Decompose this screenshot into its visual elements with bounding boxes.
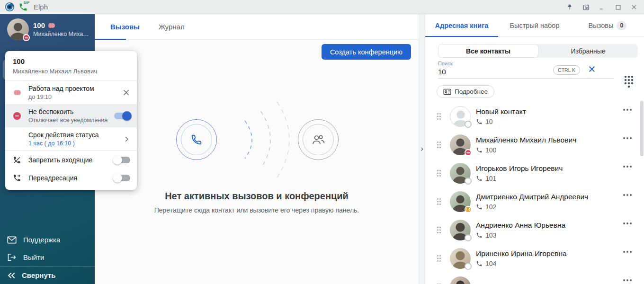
phone-icon <box>476 260 483 267</box>
dnd-badge-icon <box>465 149 472 156</box>
dialpad-icon[interactable] <box>624 75 634 89</box>
window-title: Elph <box>34 3 48 11</box>
contact-card-icon <box>443 89 451 95</box>
tab-journal[interactable]: Журнал <box>149 14 194 39</box>
calls-panel: Вызовы Журнал Создать конференцию Нет ак <box>95 14 419 284</box>
chevron-right-icon <box>420 146 424 152</box>
details-button[interactable]: Подробнее <box>437 85 494 98</box>
contact-name: Михайленко Михаил Львович <box>476 136 576 144</box>
contact-menu-icon[interactable] <box>623 194 632 196</box>
tab-address-book[interactable]: Адресная книга <box>425 14 498 36</box>
sidebar-collapse-button[interactable]: Свернуть <box>0 266 95 284</box>
contact-avatar <box>450 106 471 127</box>
dnd-toggle[interactable] <box>114 113 130 119</box>
tab-speed-dial[interactable]: Быстрый набор <box>498 14 571 36</box>
forwarding-toggle[interactable] <box>114 175 130 181</box>
clear-search-icon[interactable] <box>588 65 596 73</box>
popup-extension: 100 <box>13 57 129 65</box>
popup-item-forwarding[interactable]: Переадресация <box>5 169 137 187</box>
contact-avatar <box>450 134 471 155</box>
calls-count-badge: 0 <box>617 21 626 30</box>
popup-item-current-status[interactable]: Работа над проектом до 19:10 <box>5 81 137 104</box>
contact-avatar <box>450 191 471 212</box>
elph-logo-icon <box>5 2 15 12</box>
conference-circle <box>298 119 339 160</box>
contacts-panel: Адресная книга Быстрый набор Вызовы 0 Вс… <box>425 14 644 284</box>
contact-name: Новый контакт <box>476 107 526 116</box>
minimize-icon[interactable] <box>598 3 606 11</box>
people-group-icon <box>311 133 325 146</box>
segment-favorites[interactable]: Избранные <box>538 44 638 58</box>
user-extension: 100 <box>33 21 45 29</box>
search-field[interactable]: Поиск 10 CTRL K <box>438 61 613 79</box>
offline-badge-icon <box>465 178 472 185</box>
close-icon[interactable] <box>630 3 638 11</box>
logout-label: Выйти <box>23 253 44 261</box>
popup-item-dnd[interactable]: Не беспокоить Отключает все уведомления <box>5 104 137 127</box>
scrollbar-thumb[interactable] <box>640 101 644 156</box>
clear-status-icon[interactable] <box>122 89 130 97</box>
tab-calls-right[interactable]: Вызовы 0 <box>571 14 644 36</box>
contact-row[interactable]: Новый контакт 10 <box>425 102 644 131</box>
phone-slash-icon <box>13 156 21 164</box>
search-input[interactable]: 10 <box>438 68 613 76</box>
user-avatar <box>7 18 29 40</box>
contact-row[interactable]: Ириненко Ирина Игоревна 104 <box>425 244 644 273</box>
contact-menu-icon[interactable] <box>623 251 632 253</box>
contact-menu-icon[interactable] <box>623 137 632 139</box>
dnd-icon <box>13 112 21 120</box>
block-incoming-title: Запретить входящие <box>28 156 110 164</box>
contact-menu-icon[interactable] <box>623 109 632 111</box>
sip-label: SIP <box>24 1 30 4</box>
sidebar-item-support[interactable]: Поддержка <box>0 231 95 248</box>
popup-item-status-duration[interactable]: Срок действия статуса 1 час ( до 16:10 ) <box>5 127 137 151</box>
dnd-title: Не беспокоить <box>28 108 110 115</box>
phone-call-icon <box>190 133 203 146</box>
contact-menu-icon[interactable] <box>623 279 632 281</box>
block-incoming-toggle[interactable] <box>114 157 130 163</box>
drag-handle-icon[interactable] <box>437 198 441 205</box>
drag-handle-icon[interactable] <box>437 255 441 262</box>
contacts-filter-segmented: Все контакты Избранные <box>438 44 638 58</box>
maximize-icon[interactable] <box>614 3 622 11</box>
phone-icon <box>476 175 483 182</box>
panel-collapse-strip[interactable] <box>419 14 425 284</box>
drag-handle-icon[interactable] <box>437 141 441 149</box>
sidebar-item-logout[interactable]: Выйти <box>0 248 95 266</box>
shortcut-badge: CTRL K <box>553 65 580 75</box>
contact-avatar <box>450 163 471 184</box>
contact-row[interactable]: Андриенко Анна Юрьевна 103 <box>425 216 644 244</box>
contact-row[interactable]: Михайленко Михаил Львович 100 <box>425 131 644 159</box>
envelope-icon <box>7 236 17 244</box>
contact-row[interactable]: Игорьков Игорь Игоревич 101 <box>425 159 644 187</box>
contact-name: Игорьков Игорь Игоревич <box>476 164 563 173</box>
duration-title: Срок действия статуса <box>28 131 119 139</box>
drag-handle-icon[interactable] <box>437 113 441 120</box>
segment-all-contacts[interactable]: Все контакты <box>438 44 538 58</box>
current-user-block[interactable]: 100 Михайленко Михаил Львович <box>0 14 95 44</box>
popout-icon[interactable] <box>581 3 590 11</box>
brain-status-icon <box>48 22 55 29</box>
phone-icon <box>476 118 483 125</box>
drag-handle-icon[interactable] <box>437 169 441 177</box>
create-conference-button[interactable]: Создать конференцию <box>322 44 411 60</box>
contact-menu-icon[interactable] <box>623 222 632 224</box>
tab-calls[interactable]: Вызовы <box>101 14 149 39</box>
contact-number: 104 <box>485 260 496 267</box>
brain-status-icon <box>13 89 21 96</box>
contact-name: Ириненко Ирина Игоревна <box>476 249 567 258</box>
contact-avatar <box>450 276 471 284</box>
phone-circle <box>176 119 217 160</box>
contact-row[interactable]: Петренко Пётр Петрович <box>425 273 644 284</box>
contact-row[interactable]: Дмитриенко Дмитрий Андреевич 102 <box>425 187 644 216</box>
collapse-label: Свернуть <box>22 271 56 279</box>
pin-icon[interactable] <box>565 3 574 11</box>
offline-badge-icon <box>465 263 472 270</box>
contact-menu-icon[interactable] <box>623 166 632 168</box>
offline-badge-icon <box>465 234 472 241</box>
contact-number: 10 <box>485 118 493 125</box>
contact-avatar <box>450 248 471 269</box>
popup-item-block-incoming[interactable]: Запретить входящие <box>5 151 137 169</box>
drag-handle-icon[interactable] <box>437 226 441 234</box>
sip-phone-icon: SIP <box>18 2 28 12</box>
